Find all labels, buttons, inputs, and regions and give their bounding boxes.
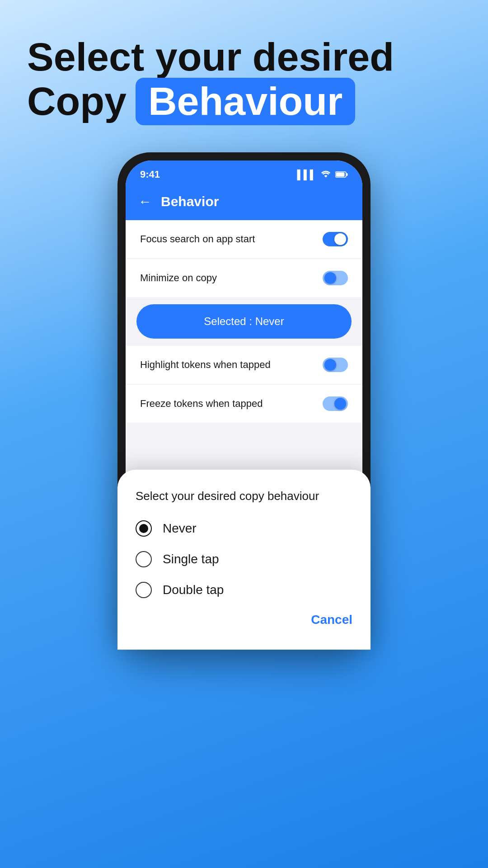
radio-never[interactable] <box>136 520 152 537</box>
setting-minimize-on-copy[interactable]: Minimize on copy <box>126 259 362 297</box>
page-header: Select your desired Copy Behaviour <box>0 0 488 143</box>
cancel-button[interactable]: Cancel <box>311 613 352 627</box>
svg-rect-2 <box>347 173 348 176</box>
option-double-tap[interactable]: Double tap <box>136 582 352 598</box>
highlight-tokens-label: Highlight tokens when tapped <box>140 359 271 371</box>
toggle-knob <box>334 233 346 245</box>
nav-bar: ← Behavior <box>126 186 362 220</box>
signal-icon: ▌▌▌ <box>297 170 316 180</box>
option-single-tap-label: Single tap <box>163 552 219 566</box>
selected-never-button[interactable]: Selected : Never <box>136 304 352 339</box>
radio-inner-never <box>139 524 148 533</box>
header-line1: Select your desired <box>27 36 461 78</box>
option-single-tap[interactable]: Single tap <box>136 551 352 567</box>
highlight-tokens-toggle[interactable] <box>323 358 348 372</box>
status-icons: ▌▌▌ <box>297 170 348 180</box>
focus-search-toggle[interactable] <box>323 232 348 246</box>
phone-mockup: 9:41 ▌▌▌ <box>0 152 488 650</box>
behaviour-badge: Behaviour <box>136 78 355 125</box>
nav-title: Behavior <box>161 194 219 209</box>
focus-search-label: Focus search on app start <box>140 233 255 245</box>
setting-freeze-tokens[interactable]: Freeze tokens when tapped <box>126 385 362 423</box>
option-never-label: Never <box>163 521 197 536</box>
bottom-sheet-title: Select your desired copy behaviour <box>136 488 352 504</box>
back-button[interactable]: ← <box>138 194 152 209</box>
option-double-tap-label: Double tap <box>163 583 224 597</box>
option-never[interactable]: Never <box>136 520 352 537</box>
phone-frame: 9:41 ▌▌▌ <box>117 152 371 650</box>
status-time: 9:41 <box>140 169 160 180</box>
freeze-tokens-toggle[interactable] <box>323 396 348 411</box>
toggle-knob-4 <box>334 398 346 410</box>
page-background: Select your desired Copy Behaviour 9:41 … <box>0 0 488 650</box>
freeze-tokens-label: Freeze tokens when tapped <box>140 398 263 410</box>
phone-screen: 9:41 ▌▌▌ <box>126 160 362 642</box>
toggle-knob-3 <box>324 359 336 371</box>
minimize-on-copy-label: Minimize on copy <box>140 272 217 284</box>
selected-never-text: Selected : Never <box>204 315 284 327</box>
status-bar: 9:41 ▌▌▌ <box>126 160 362 186</box>
battery-icon <box>335 170 348 180</box>
bottom-sheet-actions: Cancel <box>136 613 352 627</box>
wifi-icon <box>321 170 331 180</box>
header-line2: Copy Behaviour <box>27 78 461 125</box>
bottom-sheet: Select your desired copy behaviour Never… <box>126 470 362 642</box>
minimize-on-copy-toggle[interactable] <box>323 271 348 285</box>
toggle-knob-2 <box>324 272 336 284</box>
radio-double-tap[interactable] <box>136 582 152 598</box>
setting-focus-search[interactable]: Focus search on app start <box>126 220 362 258</box>
svg-rect-1 <box>336 172 345 176</box>
header-copy-word: Copy <box>27 80 127 123</box>
setting-highlight-tokens[interactable]: Highlight tokens when tapped <box>126 346 362 384</box>
radio-single-tap[interactable] <box>136 551 152 567</box>
